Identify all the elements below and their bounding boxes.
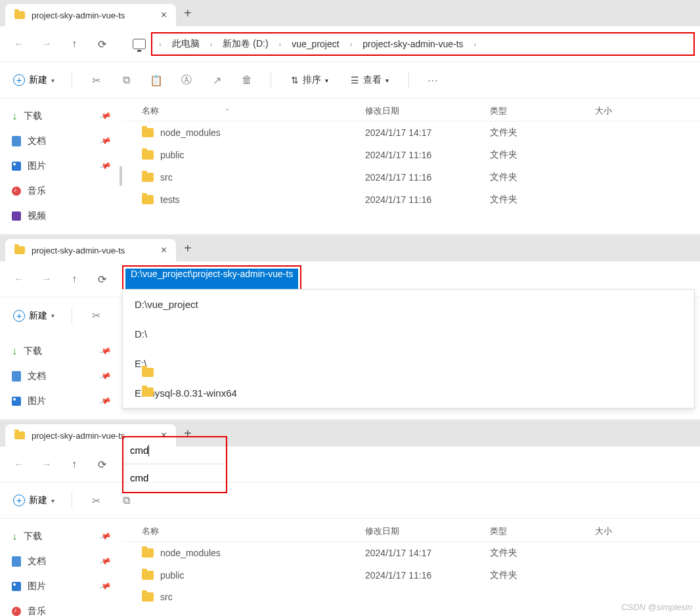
pin-icon: 📌 bbox=[99, 110, 112, 122]
new-button[interactable]: + 新建 ▾ bbox=[7, 306, 61, 326]
tab-active[interactable]: project-sky-admin-vue-ts × bbox=[5, 239, 176, 261]
copy-icon[interactable]: ⧉ bbox=[113, 495, 139, 506]
dropdown-item[interactable]: E:\mysql-8.0.31-winx64 bbox=[123, 378, 694, 408]
dropdown-item[interactable]: cmd bbox=[130, 472, 148, 483]
back-button[interactable]: ← bbox=[5, 451, 33, 478]
header-size[interactable]: 大小 bbox=[595, 525, 661, 537]
music-icon bbox=[12, 607, 21, 616]
sidebar-item-downloads[interactable]: ↓下载📌 bbox=[0, 104, 122, 129]
header-name[interactable]: 名称 bbox=[142, 525, 159, 537]
new-button[interactable]: + 新建 ▾ bbox=[7, 491, 61, 510]
chevron-right-icon: › bbox=[279, 40, 282, 48]
folder-icon bbox=[142, 195, 154, 204]
rename-icon[interactable]: Ⓐ bbox=[173, 74, 200, 87]
chevron-right-icon: › bbox=[159, 40, 162, 48]
breadcrumb-item[interactable]: vue_project bbox=[292, 39, 339, 49]
dropdown-item[interactable]: E:\ bbox=[123, 349, 694, 378]
back-button[interactable]: ← bbox=[5, 30, 33, 58]
close-icon[interactable]: × bbox=[161, 244, 167, 256]
folder-icon bbox=[142, 387, 154, 397]
address-input[interactable]: cmd bbox=[130, 445, 148, 456]
refresh-button[interactable]: ⟳ bbox=[88, 30, 116, 58]
refresh-button[interactable]: ⟳ bbox=[88, 451, 116, 478]
sidebar-item-documents[interactable]: 文档📌 bbox=[0, 129, 122, 154]
breadcrumb-item[interactable]: project-sky-admin-vue-ts bbox=[362, 39, 463, 49]
scrollbar[interactable] bbox=[120, 166, 122, 186]
new-button[interactable]: + 新建 ▾ bbox=[7, 70, 61, 90]
plus-circle-icon: + bbox=[13, 495, 25, 506]
chevron-right-icon: › bbox=[474, 40, 477, 48]
header-type[interactable]: 类型 bbox=[490, 525, 595, 537]
header-name[interactable]: 名称 bbox=[142, 105, 159, 117]
content-area: ↓下载📌 文档📌 图片📌 音乐 视频 名称⌃ 修改日期 类型 大小 node_m… bbox=[0, 99, 700, 234]
breadcrumb-item[interactable]: 此电脑 bbox=[172, 38, 200, 50]
breadcrumb-item[interactable]: 新加卷 (D:) bbox=[223, 38, 268, 50]
list-header: 名称⌃ 修改日期 类型 大小 bbox=[122, 101, 700, 121]
watermark: CSDN @simplesin bbox=[621, 602, 692, 612]
pin-icon: 📌 bbox=[99, 370, 112, 382]
forward-button[interactable]: → bbox=[33, 30, 60, 58]
list-item[interactable]: src2024/1/17 11:16文件夹 bbox=[122, 166, 700, 188]
folder-icon bbox=[14, 11, 25, 19]
delete-icon[interactable]: 🗑 bbox=[234, 74, 260, 86]
cut-icon[interactable]: ✂ bbox=[83, 495, 109, 507]
sort-button[interactable]: ⇅ 排序 ▾ bbox=[282, 74, 338, 86]
header-type[interactable]: 类型 bbox=[490, 105, 595, 117]
view-button[interactable]: ☰ 查看 ▾ bbox=[341, 74, 398, 86]
nav-bar: ← → ↑ ⟳ D:\vue_project\project-sky-admin… bbox=[0, 261, 700, 297]
share-icon[interactable]: ↗ bbox=[204, 74, 230, 87]
sidebar-item-pictures[interactable]: 图片📌 bbox=[0, 154, 122, 179]
file-list: 名称⌃ 修改日期 类型 大小 node_modules2024/1/17 14:… bbox=[122, 99, 700, 234]
up-button[interactable]: ↑ bbox=[60, 451, 88, 478]
pin-icon: 📌 bbox=[99, 345, 112, 357]
header-size[interactable]: 大小 bbox=[595, 105, 661, 117]
cut-icon[interactable]: ✂ bbox=[83, 309, 109, 322]
sidebar-item-music[interactable]: 音乐 bbox=[0, 599, 122, 616]
list-header: 名称 修改日期 类型 大小 bbox=[122, 521, 700, 542]
address-input[interactable]: D:\vue_project\project-sky-admin-vue-ts bbox=[125, 269, 298, 290]
sidebar-item-downloads[interactable]: ↓下载📌 bbox=[0, 524, 122, 549]
new-tab-button[interactable]: + bbox=[184, 241, 192, 256]
cut-icon[interactable]: ✂ bbox=[83, 74, 109, 87]
new-tab-button[interactable]: + bbox=[184, 6, 192, 21]
doc-icon bbox=[12, 136, 21, 146]
sidebar-item-music[interactable]: 音乐 bbox=[0, 179, 122, 204]
up-button[interactable]: ↑ bbox=[60, 265, 88, 293]
tab-bar: project-sky-admin-vue-ts × + bbox=[0, 235, 700, 261]
sidebar-item-documents[interactable]: 文档📌 bbox=[0, 364, 122, 389]
list-item[interactable]: src bbox=[122, 586, 700, 607]
paste-icon[interactable]: 📋 bbox=[143, 74, 169, 87]
chevron-right-icon: › bbox=[350, 40, 353, 48]
list-item[interactable]: node_modules2024/1/17 14:17文件夹 bbox=[122, 121, 700, 144]
sidebar-item-downloads[interactable]: ↓下载📌 bbox=[0, 339, 122, 364]
forward-button[interactable]: → bbox=[33, 265, 60, 293]
sidebar-item-pictures[interactable]: 图片📌 bbox=[0, 389, 122, 414]
image-icon bbox=[12, 162, 21, 171]
separator bbox=[271, 72, 271, 88]
address-bar[interactable]: D:\vue_project\project-sky-admin-vue-ts … bbox=[122, 265, 695, 293]
forward-button[interactable]: → bbox=[33, 451, 60, 478]
header-date[interactable]: 修改日期 bbox=[365, 525, 490, 537]
refresh-button[interactable]: ⟳ bbox=[88, 265, 116, 293]
download-icon: ↓ bbox=[12, 531, 17, 542]
more-icon[interactable]: ⋯ bbox=[420, 74, 446, 87]
pin-icon: 📌 bbox=[99, 135, 112, 147]
copy-icon[interactable]: ⧉ bbox=[113, 74, 139, 86]
up-button[interactable]: ↑ bbox=[60, 30, 88, 58]
list-item[interactable]: public2024/1/17 11:16文件夹 bbox=[122, 144, 700, 166]
sidebar-item-pictures[interactable]: 图片📌 bbox=[0, 574, 122, 599]
header-date[interactable]: 修改日期 bbox=[365, 105, 490, 117]
back-button[interactable]: ← bbox=[5, 265, 33, 293]
list-item[interactable]: node_modules2024/1/17 14:17文件夹 bbox=[122, 542, 700, 564]
close-icon[interactable]: × bbox=[161, 9, 167, 21]
dropdown-item[interactable]: D:\vue_project bbox=[123, 290, 694, 319]
sidebar-item-documents[interactable]: 文档📌 bbox=[0, 549, 122, 574]
list-item[interactable]: public2024/1/17 11:16文件夹 bbox=[122, 564, 700, 586]
content-area: ↓下载📌 文档📌 图片📌 音乐 名称 修改日期 类型 大小 node_modul… bbox=[0, 519, 700, 616]
list-item[interactable]: tests2024/1/17 11:16文件夹 bbox=[122, 188, 700, 211]
tab-active[interactable]: project-sky-admin-vue-ts × bbox=[5, 4, 176, 26]
folder-icon bbox=[142, 571, 154, 580]
dropdown-item[interactable]: D:\ bbox=[123, 319, 694, 349]
sidebar-item-videos[interactable]: 视频 bbox=[0, 204, 122, 229]
breadcrumb-bar[interactable]: › 此电脑 › 新加卷 (D:) › vue_project › project… bbox=[151, 32, 695, 56]
